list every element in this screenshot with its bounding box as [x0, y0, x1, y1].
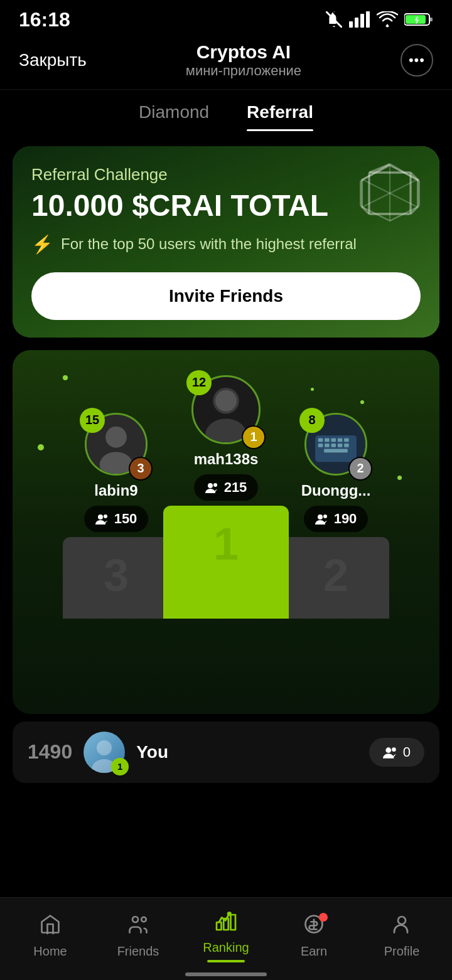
- second-referrals: 190: [304, 506, 369, 532]
- signal-icon: [349, 11, 370, 28]
- wifi-icon: [377, 11, 398, 28]
- earn-icon: [303, 913, 325, 940]
- lightning-icon: ⚡: [31, 234, 53, 255]
- svg-rect-2: [355, 18, 358, 28]
- svg-point-24: [98, 514, 103, 519]
- third-referrals: 150: [84, 506, 149, 532]
- app-title: Cryptos AI: [186, 41, 301, 63]
- tabs: Diamond Referral: [0, 90, 452, 131]
- user-rank-mini-badge: 1: [111, 758, 129, 775]
- first-avatar-wrap: 12 1: [191, 375, 261, 444]
- status-time: 16:18: [19, 8, 70, 31]
- svg-rect-1: [349, 21, 353, 28]
- svg-rect-44: [324, 449, 348, 452]
- ranking-label: Ranking: [203, 940, 249, 955]
- app-title-block: Cryptos AI мини-приложение: [186, 41, 301, 79]
- second-name: Duongg...: [301, 482, 371, 499]
- invite-friends-button[interactable]: Invite Friends: [31, 272, 421, 320]
- nav-earn[interactable]: Earn: [282, 913, 345, 959]
- svg-rect-40: [325, 444, 330, 447]
- tab-referral[interactable]: Referral: [247, 102, 313, 131]
- svg-rect-34: [318, 438, 323, 442]
- svg-point-60: [398, 917, 406, 924]
- second-podium-block: 2: [282, 537, 389, 619]
- podium-area: 15 3 labin9 150 3: [25, 369, 427, 619]
- ranking-active-indicator: [207, 960, 245, 962]
- nav-profile[interactable]: Profile: [370, 913, 433, 959]
- svg-point-51: [385, 747, 391, 753]
- second-rank-badge: 2: [348, 457, 372, 481]
- close-button[interactable]: Закрыть: [19, 50, 87, 70]
- leaderboard-section: 15 3 labin9 150 3: [13, 350, 439, 714]
- svg-point-53: [132, 917, 138, 922]
- second-place-person: 8: [282, 413, 389, 619]
- first-referrals: 215: [194, 474, 259, 501]
- svg-point-54: [141, 917, 146, 922]
- svg-point-46: [323, 514, 327, 518]
- svg-rect-41: [331, 444, 336, 447]
- second-avatar-wrap: 8: [304, 413, 367, 476]
- profile-label: Profile: [384, 944, 420, 959]
- battery-icon: [404, 12, 433, 27]
- friends-icon: [127, 913, 149, 940]
- friends-label: Friends: [117, 944, 159, 959]
- svg-rect-55: [217, 922, 222, 930]
- home-icon: [39, 913, 62, 940]
- first-rank-badge: 1: [242, 425, 266, 449]
- nav-friends[interactable]: Friends: [107, 913, 170, 959]
- svg-rect-38: [344, 438, 349, 442]
- top-bar: Закрыть Cryptos AI мини-приложение •••: [0, 35, 452, 90]
- referral-amount: 10.000 $CRAI TOTAL: [31, 189, 421, 223]
- svg-rect-36: [331, 438, 336, 442]
- nav-home[interactable]: Home: [19, 913, 82, 959]
- third-notif-badge: 15: [80, 408, 105, 433]
- svg-rect-42: [338, 444, 343, 447]
- earn-label: Earn: [301, 944, 327, 959]
- svg-point-45: [318, 514, 323, 519]
- svg-point-31: [213, 483, 217, 487]
- first-place-person: 12 1 mah138s: [163, 375, 289, 619]
- referral-content: Referral Challenge 10.000 $CRAI TOTAL ⚡ …: [31, 165, 421, 320]
- svg-point-22: [105, 427, 127, 448]
- svg-point-25: [104, 514, 107, 518]
- svg-rect-35: [325, 438, 330, 442]
- third-podium-block: 3: [63, 537, 170, 619]
- svg-rect-6: [429, 18, 433, 21]
- svg-rect-39: [318, 444, 323, 447]
- bottom-nav: Home Friends Ranking: [0, 897, 452, 980]
- user-name: You: [136, 742, 358, 762]
- more-button[interactable]: •••: [401, 44, 433, 77]
- svg-point-29: [215, 390, 237, 412]
- svg-point-52: [392, 747, 396, 752]
- svg-point-30: [208, 483, 213, 488]
- tab-diamond[interactable]: Diamond: [139, 102, 209, 131]
- svg-rect-57: [231, 915, 236, 930]
- third-rank-badge: 3: [129, 457, 153, 481]
- home-label: Home: [33, 944, 67, 959]
- third-name: labin9: [94, 482, 137, 499]
- referral-description: ⚡ For the top 50 users with the highest …: [31, 234, 421, 255]
- svg-point-58: [228, 912, 231, 915]
- second-notif-badge: 8: [299, 408, 325, 433]
- app-subtitle: мини-приложение: [186, 63, 301, 79]
- status-bar: 16:18: [0, 0, 452, 35]
- svg-point-49: [97, 740, 112, 755]
- more-icon: •••: [409, 52, 425, 68]
- referral-label: Referral Challenge: [31, 165, 421, 184]
- third-place-person: 15 3 labin9 150 3: [63, 413, 170, 619]
- nav-ranking[interactable]: Ranking: [195, 909, 257, 962]
- svg-rect-37: [338, 438, 343, 442]
- first-name: mah138s: [194, 450, 259, 468]
- user-referral-count: 0: [369, 738, 424, 767]
- svg-rect-3: [360, 14, 364, 28]
- svg-rect-43: [344, 444, 349, 447]
- user-rank-bar: 1490 1 You: [13, 722, 439, 783]
- user-avatar-wrap: 1: [83, 732, 125, 773]
- home-indicator: [185, 972, 267, 976]
- referral-card: Referral Challenge 10.000 $CRAI TOTAL ⚡ …: [13, 146, 439, 338]
- first-podium-block: 1: [163, 506, 289, 619]
- user-rank-number: 1490: [28, 740, 72, 764]
- first-notif-badge: 12: [186, 370, 212, 395]
- third-avatar-wrap: 15 3: [85, 413, 148, 476]
- svg-rect-4: [366, 11, 370, 28]
